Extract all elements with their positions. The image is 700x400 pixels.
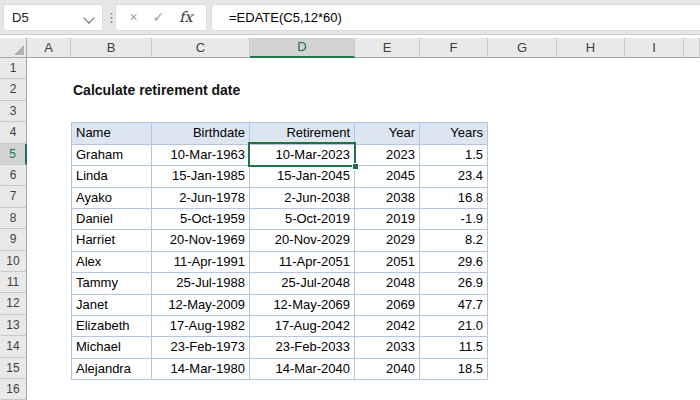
- cancel-icon[interactable]: ×: [129, 5, 137, 30]
- enter-icon[interactable]: ✓: [152, 5, 164, 30]
- cell-E4[interactable]: Year: [355, 123, 420, 144]
- row-header-8[interactable]: 8: [0, 208, 27, 229]
- cell-C4[interactable]: Birthdate: [152, 123, 250, 144]
- cell-C15[interactable]: 14-Mar-1980: [152, 359, 250, 380]
- table-row: Elizabeth17-Aug-198217-Aug-2042204221.0: [72, 316, 488, 337]
- cell-B5[interactable]: Graham: [72, 145, 152, 166]
- cell-F8[interactable]: -1.9: [420, 209, 488, 230]
- row-header-2[interactable]: 2: [0, 79, 27, 100]
- table-row: Linda15-Jan-198515-Jan-2045204523.4: [72, 166, 488, 187]
- cell-B10[interactable]: Alex: [72, 252, 152, 273]
- fill-handle[interactable]: [352, 163, 359, 170]
- cell-D6[interactable]: 15-Jan-2045: [250, 166, 355, 187]
- row-header-14[interactable]: 14: [0, 336, 27, 357]
- formula-input[interactable]: =EDATE(C5,12*60): [211, 4, 700, 31]
- cell-E10[interactable]: 2051: [355, 252, 420, 273]
- cell-E8[interactable]: 2019: [355, 209, 420, 230]
- active-cell-selection-border: [248, 142, 356, 167]
- table-row: Janet12-May-200912-May-2069206947.7: [72, 295, 488, 316]
- column-header-F[interactable]: F: [420, 38, 488, 58]
- cell-B2[interactable]: Calculate retirement date: [73, 80, 240, 101]
- insert-function-icon[interactable]: fx: [179, 5, 193, 30]
- cell-F15[interactable]: 18.5: [420, 359, 488, 380]
- chevron-down-icon[interactable]: [83, 12, 94, 23]
- column-header-A[interactable]: A: [27, 38, 71, 58]
- cell-B7[interactable]: Ayako: [72, 188, 152, 209]
- cell-D9[interactable]: 20-Nov-2029: [250, 230, 355, 251]
- column-header-partial[interactable]: [684, 38, 700, 58]
- cell-C9[interactable]: 20-Nov-1969: [152, 230, 250, 251]
- cell-B8[interactable]: Daniel: [72, 209, 152, 230]
- cell-E9[interactable]: 2029: [355, 230, 420, 251]
- cell-F7[interactable]: 16.8: [420, 188, 488, 209]
- row-header-10[interactable]: 10: [0, 251, 27, 272]
- cell-B14[interactable]: Michael: [72, 337, 152, 358]
- cell-E12[interactable]: 2069: [355, 295, 420, 316]
- column-header-B[interactable]: B: [71, 38, 152, 58]
- formula-bar-grip-icon: ⋮: [105, 3, 113, 32]
- cell-F5[interactable]: 1.5: [420, 145, 488, 166]
- row-header-11[interactable]: 11: [0, 272, 27, 293]
- cell-B11[interactable]: Tammy: [72, 273, 152, 294]
- row-header-4[interactable]: 4: [0, 122, 27, 143]
- row-header-5[interactable]: 5: [0, 144, 27, 165]
- cell-B4[interactable]: Name: [72, 123, 152, 144]
- column-header-I[interactable]: I: [625, 38, 684, 58]
- cell-F13[interactable]: 21.0: [420, 316, 488, 337]
- cell-C14[interactable]: 23-Feb-1973: [152, 337, 250, 358]
- cell-B15[interactable]: Alejandra: [72, 359, 152, 380]
- cell-E6[interactable]: 2045: [355, 166, 420, 187]
- cell-C8[interactable]: 5-Oct-1959: [152, 209, 250, 230]
- row-header-9[interactable]: 9: [0, 229, 27, 250]
- row-header-3[interactable]: 3: [0, 101, 27, 122]
- cell-D13[interactable]: 17-Aug-2042: [250, 316, 355, 337]
- row-header-16[interactable]: 16: [0, 379, 27, 400]
- cell-E5[interactable]: 2023: [355, 145, 420, 166]
- cell-F4[interactable]: Years: [420, 123, 488, 144]
- row-header-12[interactable]: 12: [0, 293, 27, 314]
- cell-E15[interactable]: 2040: [355, 359, 420, 380]
- column-header-E[interactable]: E: [355, 38, 420, 58]
- cell-B9[interactable]: Harriet: [72, 230, 152, 251]
- cell-C11[interactable]: 25-Jul-1988: [152, 273, 250, 294]
- column-header-G[interactable]: G: [488, 38, 557, 58]
- row-header-1[interactable]: 1: [0, 58, 27, 79]
- cell-D14[interactable]: 23-Feb-2033: [250, 337, 355, 358]
- excel-worksheet: D5 ⋮ × ✓ fx =EDATE(C5,12*60) Calculate r…: [0, 0, 700, 400]
- column-header-C[interactable]: C: [152, 38, 250, 58]
- cell-C12[interactable]: 12-May-2009: [152, 295, 250, 316]
- cell-B6[interactable]: Linda: [72, 166, 152, 187]
- cell-D15[interactable]: 14-Mar-2040: [250, 359, 355, 380]
- cell-E14[interactable]: 2033: [355, 337, 420, 358]
- column-header-D[interactable]: D: [250, 38, 355, 58]
- cell-E13[interactable]: 2042: [355, 316, 420, 337]
- cell-D10[interactable]: 11-Apr-2051: [250, 252, 355, 273]
- cell-C7[interactable]: 2-Jun-1978: [152, 188, 250, 209]
- cell-E11[interactable]: 2048: [355, 273, 420, 294]
- cell-C13[interactable]: 17-Aug-1982: [152, 316, 250, 337]
- cell-F11[interactable]: 26.9: [420, 273, 488, 294]
- row-header-6[interactable]: 6: [0, 165, 27, 186]
- table-row: Alejandra14-Mar-198014-Mar-2040204018.5: [72, 359, 488, 380]
- cell-D8[interactable]: 5-Oct-2019: [250, 209, 355, 230]
- cell-F10[interactable]: 29.6: [420, 252, 488, 273]
- cell-B12[interactable]: Janet: [72, 295, 152, 316]
- cell-C5[interactable]: 10-Mar-1963: [152, 145, 250, 166]
- cell-B13[interactable]: Elizabeth: [72, 316, 152, 337]
- cell-F14[interactable]: 11.5: [420, 337, 488, 358]
- cell-F9[interactable]: 8.2: [420, 230, 488, 251]
- row-header-13[interactable]: 13: [0, 315, 27, 336]
- cell-F6[interactable]: 23.4: [420, 166, 488, 187]
- cell-D12[interactable]: 12-May-2069: [250, 295, 355, 316]
- row-header-7[interactable]: 7: [0, 186, 27, 207]
- cell-D11[interactable]: 25-Jul-2048: [250, 273, 355, 294]
- cell-C6[interactable]: 15-Jan-1985: [152, 166, 250, 187]
- select-all-button[interactable]: [0, 38, 27, 58]
- cell-F12[interactable]: 47.7: [420, 295, 488, 316]
- cell-E7[interactable]: 2038: [355, 188, 420, 209]
- cell-C10[interactable]: 11-Apr-1991: [152, 252, 250, 273]
- cell-D7[interactable]: 2-Jun-2038: [250, 188, 355, 209]
- column-header-H[interactable]: H: [557, 38, 625, 58]
- name-box[interactable]: D5: [3, 4, 103, 31]
- row-header-15[interactable]: 15: [0, 358, 27, 379]
